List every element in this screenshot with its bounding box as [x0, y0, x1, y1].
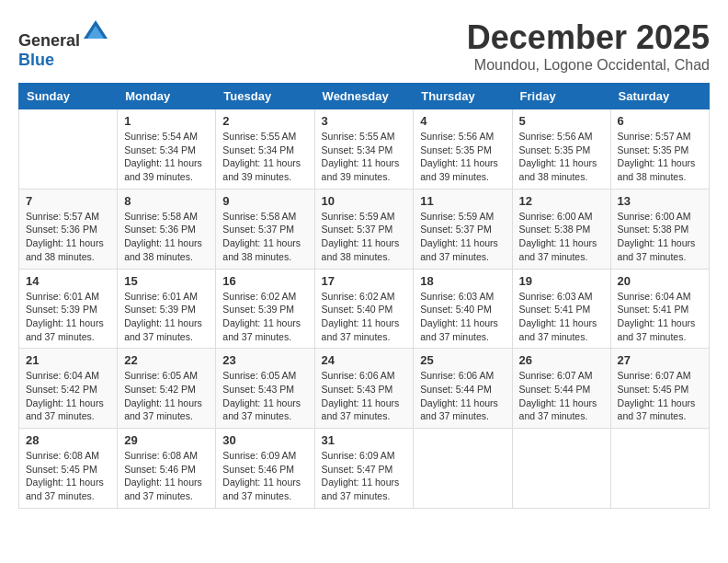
- calendar-cell: 6Sunrise: 5:57 AM Sunset: 5:35 PM Daylig…: [610, 109, 709, 190]
- day-info: Sunrise: 5:59 AM Sunset: 5:37 PM Dayligh…: [420, 210, 505, 264]
- calendar-cell: 16Sunrise: 6:02 AM Sunset: 5:39 PM Dayli…: [216, 269, 314, 349]
- calendar-cell: 27Sunrise: 6:07 AM Sunset: 5:45 PM Dayli…: [610, 349, 709, 429]
- day-info: Sunrise: 6:06 AM Sunset: 5:44 PM Dayligh…: [420, 369, 505, 423]
- day-info: Sunrise: 5:58 AM Sunset: 5:36 PM Dayligh…: [124, 210, 209, 264]
- day-number: 20: [618, 274, 702, 288]
- calendar-week-row: 7Sunrise: 5:57 AM Sunset: 5:36 PM Daylig…: [19, 189, 710, 269]
- day-info: Sunrise: 6:03 AM Sunset: 5:41 PM Dayligh…: [519, 290, 604, 344]
- day-info: Sunrise: 6:00 AM Sunset: 5:38 PM Dayligh…: [519, 210, 604, 264]
- day-info: Sunrise: 6:06 AM Sunset: 5:43 PM Dayligh…: [322, 369, 407, 423]
- calendar-cell: 3Sunrise: 5:55 AM Sunset: 5:34 PM Daylig…: [314, 109, 414, 190]
- day-info: Sunrise: 6:05 AM Sunset: 5:43 PM Dayligh…: [222, 369, 307, 423]
- day-info: Sunrise: 6:02 AM Sunset: 5:40 PM Dayligh…: [322, 290, 407, 344]
- day-number: 29: [124, 433, 209, 447]
- day-number: 11: [420, 194, 505, 208]
- calendar-cell: 8Sunrise: 5:58 AM Sunset: 5:36 PM Daylig…: [118, 189, 216, 269]
- logo-icon: [82, 18, 109, 46]
- day-number: 12: [519, 194, 604, 208]
- day-info: Sunrise: 5:55 AM Sunset: 5:34 PM Dayligh…: [222, 130, 307, 184]
- day-number: 9: [222, 194, 307, 208]
- calendar-cell: 25Sunrise: 6:06 AM Sunset: 5:44 PM Dayli…: [414, 349, 512, 429]
- calendar-cell: 31Sunrise: 6:09 AM Sunset: 5:47 PM Dayli…: [314, 429, 414, 509]
- calendar-header-sunday: Sunday: [19, 84, 118, 109]
- calendar-cell: 29Sunrise: 6:08 AM Sunset: 5:46 PM Dayli…: [118, 429, 216, 509]
- day-number: 24: [322, 353, 407, 367]
- calendar-cell: 7Sunrise: 5:57 AM Sunset: 5:36 PM Daylig…: [19, 189, 118, 269]
- calendar-cell: 23Sunrise: 6:05 AM Sunset: 5:43 PM Dayli…: [216, 349, 314, 429]
- calendar-cell: 21Sunrise: 6:04 AM Sunset: 5:42 PM Dayli…: [19, 349, 118, 429]
- day-number: 26: [519, 353, 604, 367]
- calendar-cell: [19, 109, 118, 190]
- calendar-week-row: 14Sunrise: 6:01 AM Sunset: 5:39 PM Dayli…: [19, 269, 710, 349]
- calendar-header-friday: Friday: [512, 84, 610, 109]
- day-number: 8: [124, 194, 209, 208]
- day-info: Sunrise: 5:58 AM Sunset: 5:37 PM Dayligh…: [222, 210, 307, 264]
- logo-text: General Blue: [18, 18, 109, 70]
- calendar-cell: 28Sunrise: 6:08 AM Sunset: 5:45 PM Dayli…: [19, 429, 118, 509]
- title-section: December 2025 Moundou, Logone Occidental…: [467, 18, 710, 74]
- location-title: Moundou, Logone Occidental, Chad: [467, 57, 710, 74]
- day-number: 15: [124, 274, 209, 288]
- calendar-week-row: 1Sunrise: 5:54 AM Sunset: 5:34 PM Daylig…: [19, 109, 710, 190]
- day-number: 2: [222, 114, 307, 128]
- calendar-cell: 1Sunrise: 5:54 AM Sunset: 5:34 PM Daylig…: [118, 109, 216, 190]
- calendar-cell: 13Sunrise: 6:00 AM Sunset: 5:38 PM Dayli…: [610, 189, 709, 269]
- calendar-header-tuesday: Tuesday: [216, 84, 314, 109]
- calendar-week-row: 28Sunrise: 6:08 AM Sunset: 5:45 PM Dayli…: [19, 429, 710, 509]
- day-info: Sunrise: 6:03 AM Sunset: 5:40 PM Dayligh…: [420, 290, 505, 344]
- calendar-cell: [512, 429, 610, 509]
- day-number: 30: [222, 433, 307, 447]
- calendar-cell: 12Sunrise: 6:00 AM Sunset: 5:38 PM Dayli…: [512, 189, 610, 269]
- day-number: 1: [124, 114, 209, 128]
- calendar-cell: 17Sunrise: 6:02 AM Sunset: 5:40 PM Dayli…: [314, 269, 414, 349]
- day-info: Sunrise: 6:09 AM Sunset: 5:46 PM Dayligh…: [222, 449, 307, 503]
- day-info: Sunrise: 6:01 AM Sunset: 5:39 PM Dayligh…: [26, 290, 110, 344]
- calendar-header-thursday: Thursday: [414, 84, 512, 109]
- calendar-cell: 19Sunrise: 6:03 AM Sunset: 5:41 PM Dayli…: [512, 269, 610, 349]
- day-info: Sunrise: 5:56 AM Sunset: 5:35 PM Dayligh…: [420, 130, 505, 184]
- day-info: Sunrise: 6:08 AM Sunset: 5:45 PM Dayligh…: [26, 449, 110, 503]
- calendar-cell: 10Sunrise: 5:59 AM Sunset: 5:37 PM Dayli…: [314, 189, 414, 269]
- day-number: 14: [26, 274, 110, 288]
- calendar-cell: [414, 429, 512, 509]
- day-info: Sunrise: 6:07 AM Sunset: 5:44 PM Dayligh…: [519, 369, 604, 423]
- day-number: 7: [26, 194, 110, 208]
- day-number: 3: [322, 114, 407, 128]
- day-number: 21: [26, 353, 110, 367]
- day-info: Sunrise: 5:55 AM Sunset: 5:34 PM Dayligh…: [322, 130, 407, 184]
- day-number: 4: [420, 114, 505, 128]
- day-info: Sunrise: 6:05 AM Sunset: 5:42 PM Dayligh…: [124, 369, 209, 423]
- day-number: 10: [322, 194, 407, 208]
- calendar-week-row: 21Sunrise: 6:04 AM Sunset: 5:42 PM Dayli…: [19, 349, 710, 429]
- calendar-header-wednesday: Wednesday: [314, 84, 414, 109]
- day-info: Sunrise: 5:57 AM Sunset: 5:36 PM Dayligh…: [26, 210, 110, 264]
- day-number: 19: [519, 274, 604, 288]
- calendar-cell: 4Sunrise: 5:56 AM Sunset: 5:35 PM Daylig…: [414, 109, 512, 190]
- day-number: 25: [420, 353, 505, 367]
- day-info: Sunrise: 5:54 AM Sunset: 5:34 PM Dayligh…: [124, 130, 209, 184]
- day-number: 22: [124, 353, 209, 367]
- calendar-cell: 22Sunrise: 6:05 AM Sunset: 5:42 PM Dayli…: [118, 349, 216, 429]
- calendar-header-saturday: Saturday: [610, 84, 709, 109]
- day-number: 16: [222, 274, 307, 288]
- logo: General Blue: [18, 18, 109, 70]
- day-info: Sunrise: 6:04 AM Sunset: 5:42 PM Dayligh…: [26, 369, 110, 423]
- calendar-cell: 18Sunrise: 6:03 AM Sunset: 5:40 PM Dayli…: [414, 269, 512, 349]
- logo-blue: Blue: [18, 51, 54, 69]
- calendar-header-monday: Monday: [118, 84, 216, 109]
- day-info: Sunrise: 6:07 AM Sunset: 5:45 PM Dayligh…: [618, 369, 702, 423]
- calendar-cell: 9Sunrise: 5:58 AM Sunset: 5:37 PM Daylig…: [216, 189, 314, 269]
- day-info: Sunrise: 6:02 AM Sunset: 5:39 PM Dayligh…: [222, 290, 307, 344]
- day-info: Sunrise: 5:56 AM Sunset: 5:35 PM Dayligh…: [519, 130, 604, 184]
- day-info: Sunrise: 5:57 AM Sunset: 5:35 PM Dayligh…: [618, 130, 702, 184]
- day-number: 5: [519, 114, 604, 128]
- page-header: General Blue December 2025 Moundou, Logo…: [18, 18, 710, 74]
- calendar-cell: [610, 429, 709, 509]
- day-number: 28: [26, 433, 110, 447]
- day-number: 23: [222, 353, 307, 367]
- day-info: Sunrise: 6:04 AM Sunset: 5:41 PM Dayligh…: [618, 290, 702, 344]
- day-info: Sunrise: 6:01 AM Sunset: 5:39 PM Dayligh…: [124, 290, 209, 344]
- day-info: Sunrise: 6:00 AM Sunset: 5:38 PM Dayligh…: [618, 210, 702, 264]
- day-number: 6: [618, 114, 702, 128]
- day-number: 13: [618, 194, 702, 208]
